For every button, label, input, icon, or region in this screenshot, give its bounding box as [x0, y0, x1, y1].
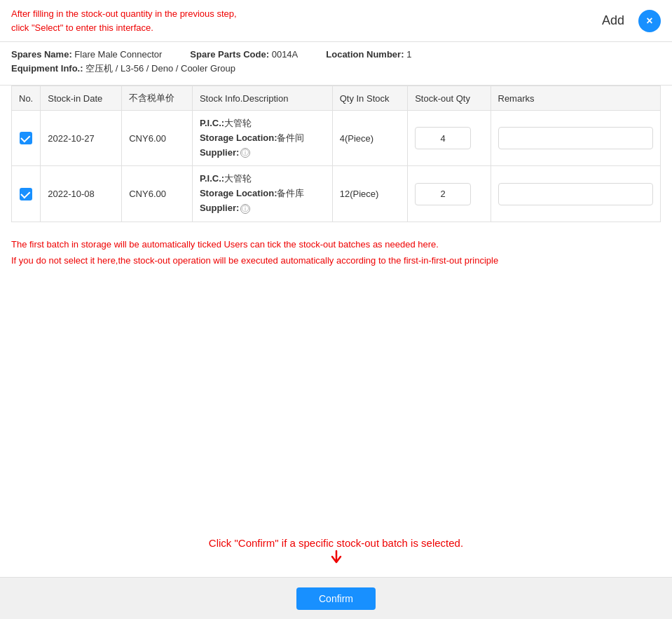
equipment-info: Equipment Info.: 空压机 / L3-56 / Deno / Co… [11, 62, 235, 75]
stock-out-qty-input-1[interactable] [415, 127, 471, 149]
supplier-label-2: Supplier: [200, 203, 239, 213]
pic-value-1: 大管轮 [224, 118, 252, 128]
col-stock-out-qty: Stock-out Qty [408, 86, 491, 111]
table-header-row: No. Stock-in Date 不含税单价 Stock Info.Descr… [12, 86, 661, 111]
remarks-cell-2 [491, 166, 661, 222]
info-row-1: Spares Name: Flare Male Connector Spare … [11, 49, 661, 60]
col-remarks: Remarks [491, 86, 661, 111]
notice-line1: The first batch in storage will be autom… [11, 236, 661, 252]
stock-out-qty-cell-2 [408, 166, 491, 222]
storage-value-2: 备件库 [277, 188, 304, 198]
storage-label-1: Storage Location: [200, 132, 277, 143]
stock-table: No. Stock-in Date 不含税单价 Stock Info.Descr… [11, 86, 661, 222]
checkbox-1[interactable] [20, 132, 32, 144]
checkbox-2[interactable] [20, 188, 32, 200]
bottom-instruction-text: Click "Confirm" if a specific stock-out … [209, 537, 463, 549]
header-banner: After filling in the stock-out quantity … [0, 0, 672, 42]
supplier-label-1: Supplier: [200, 147, 239, 158]
storage-label-2: Storage Location: [200, 188, 277, 198]
product-info-section: Spares Name: Flare Male Connector Spare … [0, 42, 672, 86]
table-row: 2022-10-08 CNY6.00 P.I.C.:大管轮 Storage Lo… [12, 166, 661, 222]
spare-parts-code-value: 0014A [272, 49, 299, 60]
stock-info-2: P.I.C.:大管轮 Storage Location:备件库 Supplier… [192, 166, 332, 222]
supplier-info-icon-1[interactable]: ⓘ [240, 148, 250, 158]
supplier-info-icon-2[interactable]: ⓘ [240, 204, 250, 214]
stock-out-qty-input-2[interactable] [415, 183, 471, 205]
confirm-button[interactable]: Confirm [296, 587, 376, 610]
stock-in-date-2: 2022-10-08 [41, 166, 122, 222]
unit-price-1: CNY6.00 [122, 111, 193, 166]
confirm-bar: Confirm [0, 577, 672, 619]
col-qty-in-stock: Qty In Stock [332, 86, 408, 111]
arrow-down [0, 548, 672, 567]
remarks-cell-1 [491, 111, 661, 166]
info-row-2: Equipment Info.: 空压机 / L3-56 / Deno / Co… [11, 62, 661, 75]
table-row: 2022-10-27 CNY6.00 P.I.C.:大管轮 Storage Lo… [12, 111, 661, 166]
location-number-label: Location Number: [326, 49, 404, 60]
checkbox-cell-2[interactable] [12, 166, 41, 222]
arrow-down-icon [328, 548, 345, 565]
storage-value-1: 备件间 [277, 132, 304, 143]
spares-name: Spares Name: Flare Male Connector [11, 49, 162, 60]
instruction-line1: After filling in the stock-out quantity … [11, 8, 237, 19]
equipment-info-value: 空压机 / L3-56 / Deno / Cooler Group [85, 63, 235, 74]
remarks-input-1[interactable] [498, 127, 654, 149]
close-icon: × [646, 15, 652, 27]
remarks-input-2[interactable] [498, 183, 654, 205]
equipment-info-label: Equipment Info.: [11, 63, 83, 74]
bottom-instruction: Click "Confirm" if a specific stock-out … [0, 537, 672, 549]
col-unit-price: 不含税单价 [122, 86, 193, 111]
pic-label-1: P.I.C.: [200, 118, 224, 128]
stock-info-1: P.I.C.:大管轮 Storage Location:备件间 Supplier… [192, 111, 332, 166]
col-no: No. [12, 86, 41, 111]
header-instruction: After filling in the stock-out quantity … [11, 7, 588, 34]
close-button[interactable]: × [638, 10, 661, 32]
location-number: Location Number: 1 [326, 49, 411, 60]
spare-parts-code-label: Spare Parts Code: [190, 49, 269, 60]
unit-price-2: CNY6.00 [122, 166, 193, 222]
dialog-title: Add [602, 13, 624, 28]
notice-section: The first batch in storage will be autom… [0, 222, 672, 276]
qty-in-stock-2: 12(Piece) [332, 166, 408, 222]
location-number-value: 1 [406, 49, 411, 60]
notice-line2: If you do not select it here,the stock-o… [11, 252, 661, 268]
pic-label-2: P.I.C.: [200, 173, 224, 184]
stock-out-qty-cell-1 [408, 111, 491, 166]
stock-table-container: No. Stock-in Date 不含税单价 Stock Info.Descr… [0, 86, 672, 222]
spares-name-value: Flare Male Connector [74, 49, 162, 60]
spares-name-label: Spares Name: [11, 49, 72, 60]
pic-value-2: 大管轮 [224, 173, 252, 184]
stock-in-date-1: 2022-10-27 [41, 111, 122, 166]
qty-in-stock-1: 4(Piece) [332, 111, 408, 166]
col-stock-info: Stock Info.Description [192, 86, 332, 111]
instruction-line2: click "Select" to enter this interface. [11, 22, 153, 33]
spare-parts-code: Spare Parts Code: 0014A [190, 49, 298, 60]
checkbox-cell-1[interactable] [12, 111, 41, 166]
col-stock-in-date: Stock-in Date [41, 86, 122, 111]
